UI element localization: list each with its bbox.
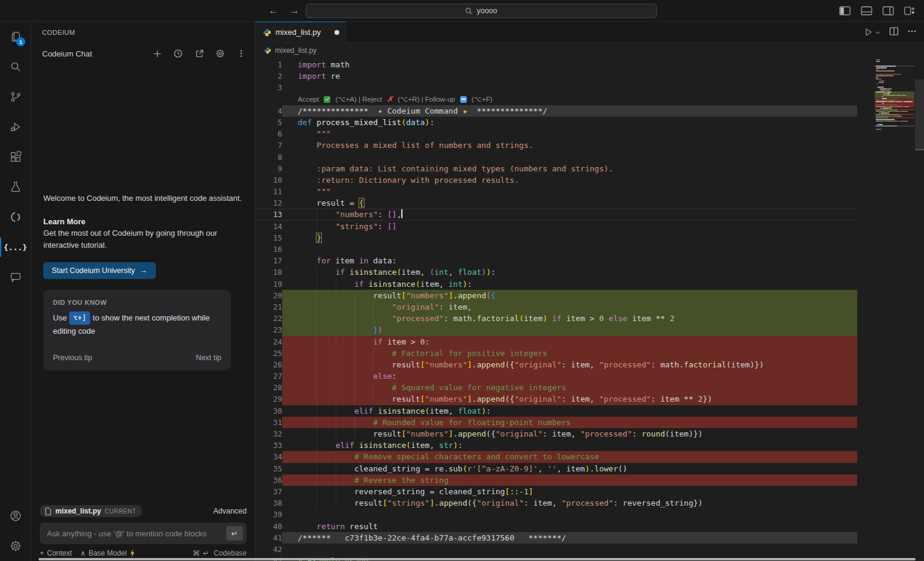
reject-x-icon: ✗	[387, 94, 393, 105]
code-row[interactable]: 21 "original": item,	[256, 301, 857, 313]
code-row[interactable]: 18 if isinstance(item, (int, float)):	[256, 266, 857, 278]
sidebar-title: CODEIUM	[31, 22, 255, 36]
code-row[interactable]: 11 """	[256, 186, 857, 197]
code-lines[interactable]: 1import math2import re3Accept ✓ (⌥+A) | …	[256, 59, 857, 561]
panel-left-icon[interactable]	[839, 5, 851, 17]
account-icon[interactable]	[0, 501, 31, 531]
code-row[interactable]: 37 reversed_string = cleaned_string[::-1…	[256, 486, 857, 497]
return-key-icon: ↵	[203, 549, 209, 557]
more-actions-icon[interactable]	[236, 48, 247, 59]
layout-customize-icon[interactable]	[904, 5, 916, 17]
extensions-icon[interactable]	[0, 142, 31, 172]
codeium-chat-braces-icon[interactable]: {...}	[0, 232, 31, 262]
code-row[interactable]: 40 return result	[256, 521, 857, 532]
code-row[interactable]: 28 # Squared value for negative integers	[256, 382, 857, 393]
explorer-icon[interactable]: 1	[0, 22, 31, 52]
codeium-icon[interactable]	[0, 202, 31, 232]
panel-bottom-icon[interactable]	[860, 5, 872, 17]
code-row[interactable]: Accept ✓ (⌥+A) | Reject ✗ (⌥+R) | Follow…	[256, 94, 857, 105]
settings-gear-icon[interactable]	[0, 531, 31, 561]
accept-check-icon: ✓	[324, 96, 330, 103]
model-selector[interactable]: ∧ Base Model	[80, 549, 135, 557]
code-row[interactable]: 23 })	[256, 324, 857, 336]
open-external-icon[interactable]	[194, 48, 205, 59]
search-sidebar-icon[interactable]	[0, 52, 31, 82]
code-row[interactable]: 7 Processes a mixed list of numbers and …	[256, 139, 857, 151]
code-editor[interactable]: 1import math2import re3Accept ✓ (⌥+A) | …	[256, 59, 924, 561]
add-context-button[interactable]: + Context	[40, 549, 72, 557]
code-row[interactable]: 33 elif isinstance(item, str):	[256, 440, 857, 451]
ask-input[interactable]	[47, 529, 226, 538]
code-row[interactable]: 15 }	[256, 232, 857, 244]
code-row[interactable]: 36 # Reverse the string	[256, 474, 857, 486]
testing-icon[interactable]	[0, 172, 31, 202]
nav-back-icon[interactable]: ←	[268, 5, 279, 17]
run-dropdown-chevron-icon	[875, 29, 881, 35]
code-row[interactable]: 5def process_mixed_list(data):	[256, 117, 857, 128]
code-row[interactable]: 29 result["numbers"].append({"original":…	[256, 393, 857, 405]
vscode-window: ← → yoooo 1	[0, 0, 924, 561]
new-chat-icon[interactable]	[152, 48, 162, 59]
panel-settings-gear-icon[interactable]	[215, 48, 226, 59]
codebase-shortcut[interactable]: ⌘ ↵ Codebase	[192, 549, 247, 557]
chat-input-dock: mixed_list.py CURRENT Advanced ↵ + Conte…	[31, 505, 255, 557]
code-row[interactable]: 13 "numbers": [],	[256, 209, 857, 220]
start-university-button[interactable]: Start Codeium University →	[43, 262, 156, 279]
run-debug-icon[interactable]	[0, 112, 31, 142]
code-row[interactable]: 27 else:	[256, 370, 857, 382]
code-row[interactable]: 16	[256, 244, 857, 255]
code-row[interactable]: 25 # Factorial for positive integers	[256, 348, 857, 359]
explorer-badge: 1	[16, 37, 25, 46]
code-row[interactable]: 8	[256, 152, 857, 163]
history-icon[interactable]	[173, 48, 183, 59]
code-row[interactable]: 30 elif isinstance(item, float):	[256, 405, 857, 417]
code-row[interactable]: 10 :return: Dictionary with processed re…	[256, 174, 857, 186]
code-row[interactable]: 38 result["strings"].append({"original":…	[256, 497, 857, 509]
code-row[interactable]: 9 :param data: List containing mixed typ…	[256, 163, 857, 174]
search-value: yoooo	[476, 7, 497, 15]
modified-dot-icon[interactable]	[334, 30, 339, 35]
code-row[interactable]: 41/****** c73f1b3e-22ce-4fa4-b77a-accfe9…	[256, 532, 857, 544]
send-button[interactable]: ↵	[226, 526, 243, 541]
code-row[interactable]: 20 result["numbers"].append({	[256, 290, 857, 301]
learn-more-body: Get the most out of Codeium by going thr…	[43, 227, 243, 252]
code-row[interactable]: 2import re	[256, 70, 857, 82]
activity-bar: 1 {...}	[0, 22, 31, 561]
learn-more-title: Learn More	[43, 217, 243, 226]
code-row[interactable]: 19 if isinstance(item, int):	[256, 278, 857, 290]
breadcrumb[interactable]: mixed_list.py	[256, 43, 924, 58]
code-row[interactable]: 14 "strings": []	[256, 221, 857, 232]
context-file-pill[interactable]: mixed_list.py CURRENT	[40, 505, 142, 517]
editor-more-actions-icon[interactable]	[907, 26, 917, 38]
cmd-icon: ⌘	[192, 549, 200, 557]
code-row[interactable]: 12 result = {	[256, 197, 857, 209]
code-row[interactable]: 35 cleaned_string = re.sub(r'[^a-zA-Z0-9…	[256, 463, 857, 474]
code-row[interactable]: 42	[256, 544, 857, 555]
code-row[interactable]: 26 result["numbers"].append({"original":…	[256, 359, 857, 370]
comments-icon[interactable]	[0, 262, 31, 292]
vertical-scrollbar[interactable]	[915, 79, 924, 150]
horizontal-scrollbar[interactable]	[38, 558, 916, 560]
code-row[interactable]: 3	[256, 82, 857, 93]
code-row[interactable]: 1import math	[256, 59, 857, 70]
code-row[interactable]: 39	[256, 509, 857, 520]
next-tip-link[interactable]: Next tip	[196, 354, 221, 362]
code-row[interactable]: 22 "processed": math.factorial(item) if …	[256, 313, 857, 324]
command-center-search[interactable]: yoooo	[306, 4, 657, 18]
minimap[interactable]	[875, 59, 914, 561]
code-row[interactable]: 17 for item in data:	[256, 255, 857, 266]
tab-mixed-list[interactable]: mixed_list.py	[256, 22, 346, 42]
code-row[interactable]: 24 if item > 0:	[256, 336, 857, 348]
nav-forward-icon[interactable]: →	[289, 5, 300, 17]
split-editor-icon[interactable]	[889, 26, 899, 38]
code-row[interactable]: 6 """	[256, 128, 857, 139]
run-python-icon[interactable]	[863, 27, 881, 37]
code-row[interactable]: 4/************** ✦ Codeium Command ★ ***…	[256, 105, 857, 117]
source-control-icon[interactable]	[0, 82, 31, 112]
code-row[interactable]: 32 result["numbers"].append({"original":…	[256, 428, 857, 440]
code-row[interactable]: 34 # Remove special characters and conve…	[256, 451, 857, 462]
panel-right-icon[interactable]	[882, 5, 894, 17]
code-row[interactable]: 31 # Rounded value for floating-point nu…	[256, 417, 857, 428]
previous-tip-link[interactable]: Previous tip	[53, 354, 92, 362]
advanced-link[interactable]: Advanced	[213, 507, 247, 515]
